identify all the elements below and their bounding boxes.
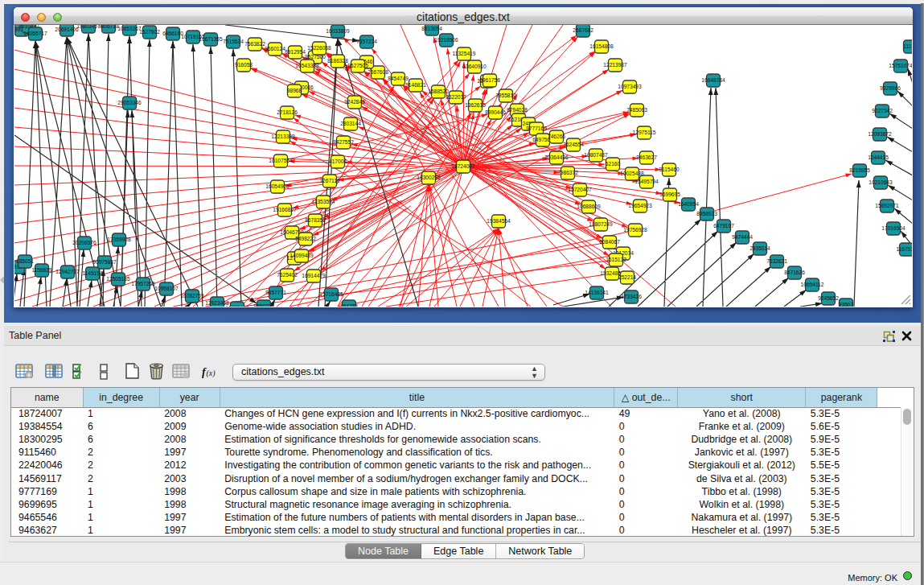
svg-text:93507: 93507 — [839, 302, 854, 307]
svg-text:9699695: 9699695 — [659, 192, 680, 197]
svg-text:12223465: 12223465 — [225, 305, 249, 307]
svg-text:12093872: 12093872 — [868, 131, 892, 137]
svg-text:14055717: 14055717 — [23, 31, 47, 36]
svg-text:12975115: 12975115 — [633, 130, 656, 135]
svg-text:6466160: 6466160 — [162, 31, 183, 36]
svg-text:29053346: 29053346 — [117, 100, 142, 105]
svg-text:746266: 746266 — [548, 134, 565, 139]
svg-text:18724007: 18724007 — [451, 163, 475, 169]
svg-text:15692971: 15692971 — [875, 203, 899, 208]
svg-text:10688609: 10688609 — [577, 204, 601, 209]
svg-text:13640910: 13640910 — [462, 64, 487, 69]
svg-text:10543382: 10543382 — [295, 63, 319, 68]
svg-text:16154808: 16154808 — [589, 43, 614, 49]
svg-text:9245652: 9245652 — [818, 295, 839, 301]
svg-text:98968: 98968 — [287, 88, 302, 93]
svg-text:16033809: 16033809 — [326, 28, 350, 34]
svg-text:12213389: 12213389 — [271, 134, 295, 139]
svg-text:9227342: 9227342 — [872, 108, 893, 113]
svg-text:252214: 252214 — [618, 274, 636, 280]
svg-text:19803457: 19803457 — [76, 25, 101, 29]
svg-text:17957265: 17957265 — [131, 281, 155, 286]
svg-text:8186328: 8186328 — [327, 58, 348, 64]
svg-text:8471626: 8471626 — [784, 270, 805, 275]
svg-text:17359928: 17359928 — [107, 237, 131, 242]
svg-text:14099489: 14099489 — [290, 253, 314, 258]
svg-text:1167534: 1167534 — [896, 246, 912, 252]
svg-text:19756928: 19756928 — [623, 227, 647, 233]
svg-text:916058: 916058 — [235, 62, 253, 68]
svg-text:10958107: 10958107 — [154, 286, 179, 291]
svg-text:1156829: 1156829 — [31, 267, 52, 273]
svg-text:20364436: 20364436 — [544, 154, 569, 160]
svg-text:90975887: 90975887 — [92, 259, 117, 265]
svg-text:8322037: 8322037 — [446, 94, 466, 100]
svg-text:12213987: 12213987 — [603, 62, 627, 68]
svg-text:19384554: 19384554 — [487, 218, 511, 224]
svg-text:10654112: 10654112 — [801, 282, 824, 287]
svg-text:3267110: 3267110 — [319, 178, 340, 183]
svg-text:12505185: 12505185 — [106, 276, 130, 282]
svg-text:16671355: 16671355 — [199, 36, 223, 42]
svg-text:9527505: 9527505 — [347, 63, 368, 68]
svg-text:14136141: 14136141 — [585, 290, 609, 295]
svg-text:15751074: 15751074 — [889, 63, 912, 68]
svg-text:2935114: 2935114 — [749, 245, 770, 251]
svg-text:7515524: 7515524 — [223, 39, 244, 44]
svg-text:1733426: 1733426 — [621, 294, 642, 299]
svg-text:8958923: 8958923 — [696, 211, 717, 216]
svg-text:9329966: 9329966 — [880, 85, 901, 91]
svg-text:(x): (x) — [207, 369, 216, 378]
svg-text:2367608: 2367608 — [368, 69, 388, 75]
svg-text:7632621: 7632621 — [766, 258, 787, 264]
svg-text:15495794: 15495794 — [634, 179, 659, 184]
svg-text:9115460: 9115460 — [659, 167, 680, 172]
svg-text:9660124: 9660124 — [265, 46, 285, 51]
svg-text:8427552: 8427552 — [333, 139, 354, 145]
svg-text:11353594: 11353594 — [312, 199, 335, 204]
svg-text:9463627: 9463627 — [636, 154, 657, 160]
svg-text:2687682: 2687682 — [573, 27, 593, 33]
svg-text:1527602: 1527602 — [139, 29, 160, 35]
svg-text:5498222: 5498222 — [295, 236, 316, 241]
svg-text:1145194: 1145194 — [82, 270, 103, 276]
svg-text:6479197: 6479197 — [713, 223, 734, 229]
svg-text:8215955: 8215955 — [849, 167, 870, 173]
svg-text:6794028: 6794028 — [507, 107, 528, 113]
svg-text:1640954: 1640954 — [678, 201, 699, 207]
svg-text:20206576: 20206576 — [72, 240, 97, 245]
svg-text:11325419: 11325419 — [453, 51, 476, 56]
svg-text:8990446: 8990446 — [485, 109, 506, 115]
svg-text:62160: 62160 — [606, 161, 621, 167]
svg-text:1615132: 1615132 — [606, 257, 626, 262]
svg-text:7485063: 7485063 — [626, 107, 647, 113]
svg-text:19166827: 19166827 — [273, 207, 297, 212]
svg-text:16107554: 16107554 — [269, 158, 293, 163]
svg-text:17016504: 17016504 — [881, 225, 906, 231]
svg-text:18807249: 18807249 — [589, 221, 613, 227]
svg-text:15720407: 15720407 — [568, 187, 592, 192]
svg-text:1588520: 1588520 — [428, 89, 449, 94]
svg-text:16054908: 16054908 — [265, 183, 290, 189]
svg-text:164283: 164283 — [340, 303, 358, 307]
svg-text:2718126: 2718126 — [277, 109, 298, 115]
svg-text:8912954: 8912954 — [285, 49, 306, 55]
svg-text:10653267: 10653267 — [117, 26, 142, 31]
svg-text:7625402: 7625402 — [277, 272, 298, 278]
svg-text:7563822: 7563822 — [244, 41, 265, 47]
svg-text:16648784: 16648784 — [701, 77, 725, 83]
svg-text:19218506: 19218506 — [434, 37, 458, 43]
svg-text:16782759: 16782759 — [180, 293, 204, 299]
svg-text:2803144: 2803144 — [340, 121, 361, 126]
svg-text:9242848: 9242848 — [344, 99, 365, 105]
svg-text:15716485: 15716485 — [319, 291, 343, 297]
svg-text:9806718: 9806718 — [98, 25, 119, 29]
svg-text:10973493: 10973493 — [618, 84, 642, 89]
svg-text:7357224: 7357224 — [356, 39, 377, 44]
svg-text:18300295: 18300295 — [417, 175, 441, 180]
svg-text:1244415: 1244415 — [868, 154, 889, 160]
svg-text:9457771: 9457771 — [265, 290, 286, 295]
svg-text:6961758: 6961758 — [479, 77, 500, 83]
svg-text:9350702: 9350702 — [253, 303, 274, 307]
svg-text:8813054: 8813054 — [421, 26, 442, 31]
